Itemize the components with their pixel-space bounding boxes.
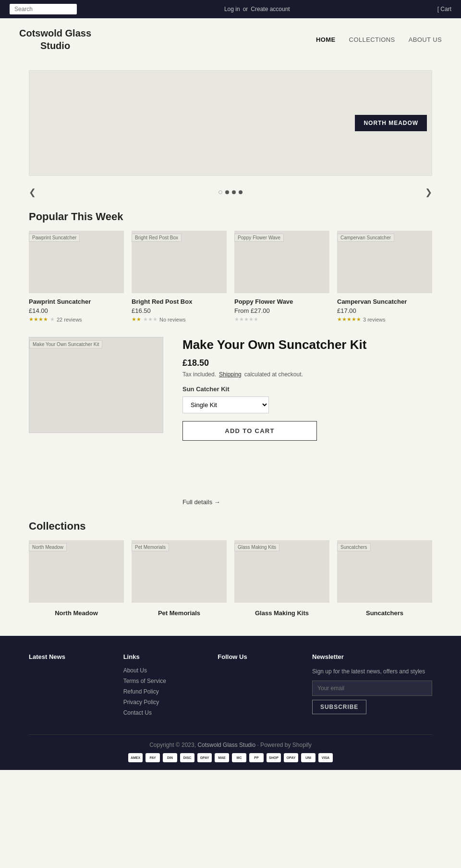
product-image-postbox[interactable]: Bright Red Post Box — [132, 231, 227, 293]
footer-latest-news: Latest News — [29, 653, 109, 720]
top-bar: Log in or Create account [ Cart — [0, 0, 461, 18]
main-nav: HOME COLLECTIONS ABOUT US — [316, 36, 442, 43]
footer-link-privacy[interactable]: Privacy Policy — [123, 699, 204, 706]
login-link[interactable]: Log in — [224, 6, 240, 12]
or-text: or — [243, 6, 248, 12]
collection-name-north-meadow: North Meadow — [29, 607, 124, 621]
kit-select[interactable]: Single Kit — [182, 397, 269, 413]
footer-subscribe-button[interactable]: SUBSCRIBE — [312, 700, 366, 714]
nav-home[interactable]: HOME — [316, 36, 336, 43]
footer-bottom: Copyright © 2023, Cotswold Glass Studio … — [29, 734, 432, 762]
footer-newsletter-col: Newsletter Sign up for the latest news, … — [312, 653, 432, 720]
footer-follow-title: Follow Us — [218, 653, 298, 660]
footer-link-refund[interactable]: Refund Policy — [123, 688, 204, 695]
top-bar-links: Log in or Create account — [224, 6, 290, 12]
add-to-cart-button[interactable]: ADD TO CART — [182, 421, 317, 441]
search-input[interactable] — [10, 4, 77, 14]
shipping-note: calculated at checkout. — [244, 371, 303, 378]
product-reviews-campervan: ★★★★★ 3 reviews — [337, 316, 432, 322]
cart-link[interactable]: [ Cart — [437, 6, 451, 12]
collections-section-title: Collections — [29, 520, 432, 533]
product-price-poppy: From £27.00 — [234, 307, 329, 314]
kit-label: Sun Catcher Kit — [182, 385, 432, 393]
carousel-dot-3[interactable] — [232, 190, 236, 194]
product-name-postbox: Bright Red Post Box — [132, 298, 227, 305]
footer-email-input[interactable] — [312, 681, 432, 696]
product-name-poppy: Poppy Flower Wave — [234, 298, 329, 305]
carousel-dot-2[interactable] — [225, 190, 229, 194]
product-price-postbox: £16.50 — [132, 307, 227, 314]
header: Cotswold Glass Studio HOME COLLECTIONS A… — [0, 18, 461, 61]
popular-section-title: Popular This Week — [29, 211, 432, 223]
shipping-link[interactable]: Shipping — [219, 371, 242, 378]
collections-grid: North Meadow North Meadow Pet Memorials … — [29, 540, 432, 621]
payment-amex: AMEX — [128, 753, 143, 762]
featured-product-image[interactable]: Make Your Own Suncatcher Kit — [29, 337, 163, 433]
stars-pawprint: ★★★★ — [29, 316, 48, 322]
footer-link-terms[interactable]: Terms of Service — [123, 678, 204, 684]
footer-follow-col: Follow Us — [218, 653, 298, 720]
collection-image-suncatchers[interactable]: Suncatchers — [337, 540, 432, 603]
carousel-next[interactable]: ❯ — [425, 187, 432, 198]
footer-latest-news-title: Latest News — [29, 653, 109, 660]
product-reviews-postbox: ★★★★★ No reviews — [132, 316, 227, 322]
collection-label-pet-memorials: Pet Memorials — [132, 543, 169, 551]
product-price-campervan: £17.00 — [337, 307, 432, 314]
product-card-pawprint: Pawprint Suncatcher Pawprint Suncatcher … — [29, 231, 124, 322]
product-price-pawprint: £14.00 — [29, 307, 124, 314]
products-grid: Pawprint Suncatcher Pawprint Suncatcher … — [29, 231, 432, 322]
payment-maestro: MAE — [215, 753, 229, 762]
tax-text: Tax included. — [182, 371, 216, 378]
product-card-postbox: Bright Red Post Box Bright Red Post Box … — [132, 231, 227, 322]
copyright-text: Copyright © 2023, — [149, 742, 196, 748]
collection-card-glass-kits: Glass Making Kits Glass Making Kits — [234, 540, 329, 621]
nav-about[interactable]: ABOUT US — [409, 36, 442, 43]
collection-card-pet-memorials: Pet Memorials Pet Memorials — [132, 540, 227, 621]
footer-brand-link[interactable]: Cotswold Glass Studio — [197, 742, 255, 748]
payment-shopify: SHOP — [267, 753, 281, 762]
featured-product-content: Make Your Own Suncatcher Kit £18.50 Tax … — [182, 337, 432, 506]
nav-collections[interactable]: COLLECTIONS — [349, 36, 395, 43]
carousel-prev[interactable]: ❮ — [29, 187, 36, 198]
stars-empty-pawprint: ★ — [50, 316, 55, 322]
collection-card-north-meadow: North Meadow North Meadow — [29, 540, 124, 621]
carousel-dot-1[interactable] — [218, 190, 222, 194]
collection-label-north-meadow: North Meadow — [29, 543, 67, 551]
product-image-poppy[interactable]: Poppy Flower Wave — [234, 231, 329, 293]
payment-unionpay: UNI — [301, 753, 315, 762]
product-card-poppy: Poppy Flower Wave Poppy Flower Wave From… — [234, 231, 329, 322]
collection-label-suncatchers: Suncatchers — [337, 543, 371, 551]
product-image-pawprint[interactable]: Pawprint Suncatcher — [29, 231, 124, 293]
review-count-postbox: No reviews — [159, 317, 185, 322]
powered-text: · Powered by Shopify — [257, 742, 311, 748]
hero-button[interactable]: NORTH MEADOW — [355, 115, 427, 131]
product-name-campervan: Campervan Suncatcher — [337, 298, 432, 305]
product-label-pawprint: Pawprint Suncatcher — [29, 234, 80, 242]
product-card-campervan: Campervan Suncatcher Campervan Suncatche… — [337, 231, 432, 322]
featured-image-label: Make Your Own Suncatcher Kit — [29, 340, 102, 348]
featured-product-meta: Tax included. Shipping calculated at che… — [182, 371, 432, 378]
payment-icons: AMEX PAY DIN DISC GPAY MAE MC PP SHOP OP… — [29, 753, 432, 762]
product-label-campervan: Campervan Suncatcher — [337, 234, 394, 242]
collection-name-pet-memorials: Pet Memorials — [132, 607, 227, 621]
footer-link-contact[interactable]: Contact Us — [123, 709, 204, 716]
footer: Latest News Links About Us Terms of Serv… — [0, 636, 461, 770]
collection-image-glass-kits[interactable]: Glass Making Kits — [234, 540, 329, 603]
hero-banner: NORTH MEADOW — [29, 70, 432, 176]
full-details-link[interactable]: Full details → — [182, 498, 220, 506]
footer-link-about[interactable]: About Us — [123, 667, 204, 674]
create-account-link[interactable]: Create account — [251, 6, 290, 12]
payment-paypal: PP — [249, 753, 264, 762]
product-label-poppy: Poppy Flower Wave — [234, 234, 284, 242]
stars-empty-postbox: ★★★ — [143, 316, 158, 322]
collection-name-glass-kits: Glass Making Kits — [234, 607, 329, 621]
review-count-pawprint: 22 reviews — [57, 317, 82, 322]
product-image-campervan[interactable]: Campervan Suncatcher — [337, 231, 432, 293]
collection-image-north-meadow[interactable]: North Meadow — [29, 540, 124, 603]
footer-grid: Latest News Links About Us Terms of Serv… — [29, 653, 432, 720]
collection-card-suncatchers: Suncatchers Suncatchers — [337, 540, 432, 621]
collection-image-pet-memorials[interactable]: Pet Memorials — [132, 540, 227, 603]
carousel-dot-4[interactable] — [239, 190, 243, 194]
stars-empty-poppy: ★★★★★ — [234, 316, 258, 322]
payment-opay: OPAY — [284, 753, 298, 762]
